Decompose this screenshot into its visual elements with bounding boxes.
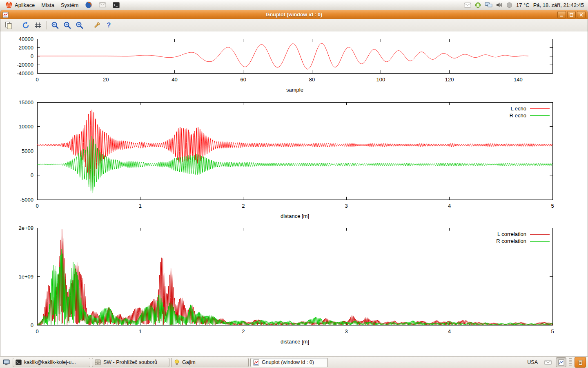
svg-text:15000: 15000	[19, 99, 33, 105]
file-manager-icon	[95, 359, 101, 365]
grid-icon	[34, 22, 42, 29]
svg-text:0: 0	[31, 53, 33, 59]
copy-to-clipboard-button[interactable]	[3, 20, 13, 31]
firefox-icon	[85, 1, 92, 9]
replot-icon	[22, 21, 30, 29]
svg-text:4: 4	[448, 203, 451, 209]
close-icon	[579, 13, 583, 17]
maximize-button[interactable]	[567, 11, 576, 18]
menu-places-label: Místa	[41, 2, 54, 8]
replot-button[interactable]	[20, 20, 31, 31]
svg-text:-40000: -40000	[17, 70, 33, 76]
grid-button[interactable]	[33, 20, 43, 31]
chart-correlation: 01234501e+092e+09distance [m]L correlati…	[0, 221, 588, 348]
ubuntu-logo-icon	[5, 1, 13, 9]
trash-icon	[578, 359, 583, 366]
menu-system-label: Systém	[61, 2, 78, 8]
svg-text:120: 120	[445, 76, 454, 83]
keyboard-layout-indicator[interactable]: USA	[525, 359, 540, 366]
gnuplot-toolbar: ?	[0, 19, 588, 32]
taskbar: kaklik@kaklik-kolej-u... SW - Prohlížeč …	[0, 356, 588, 368]
applet-drag-handle[interactable]	[569, 358, 572, 366]
toolbar-separator	[17, 21, 17, 29]
toolbar-separator	[46, 21, 47, 29]
zoom-previous-icon	[51, 21, 59, 29]
mail-tray-button[interactable]	[543, 358, 553, 367]
terminal-launcher[interactable]	[110, 1, 122, 9]
copy-icon	[4, 21, 13, 29]
svg-text:3: 3	[345, 328, 348, 334]
toolbar-separator	[88, 21, 88, 29]
clock[interactable]: Pá, 18. září, 21:42:45	[533, 2, 584, 8]
help-button[interactable]: ?	[104, 20, 114, 31]
gnuplot-window: Gnuplot (window id : 0)	[0, 10, 588, 357]
minimize-button[interactable]	[557, 11, 566, 18]
menu-system[interactable]: Systém	[58, 1, 81, 9]
svg-text:40: 40	[172, 76, 177, 83]
menu-places[interactable]: Místa	[38, 1, 57, 9]
svg-text:-5000: -5000	[20, 197, 33, 203]
svg-text:80: 80	[309, 76, 315, 83]
top-panel: Aplikace Místa Systém	[0, 0, 588, 10]
unzoom-button[interactable]	[74, 20, 85, 31]
mail-client-icon	[99, 2, 106, 8]
svg-text:1e+09: 1e+09	[18, 274, 33, 280]
svg-text:R echo: R echo	[510, 112, 526, 119]
svg-text:2: 2	[242, 328, 245, 334]
close-button[interactable]	[577, 11, 586, 18]
task-label: Gajim	[182, 359, 196, 365]
zoom-previous-button[interactable]	[50, 20, 60, 31]
task-button-terminal[interactable]: kaklik@kaklik-kolej-u...	[13, 358, 90, 367]
svg-text:1: 1	[139, 203, 142, 209]
gnuplot-window-icon	[2, 12, 9, 18]
weather-icon[interactable]	[506, 2, 512, 8]
gnuplot-icon	[253, 359, 259, 366]
terminal-launcher-icon	[113, 2, 120, 8]
svg-text:R correlation: R correlation	[496, 238, 526, 244]
svg-text:5: 5	[551, 328, 554, 334]
minimize-icon	[560, 13, 564, 17]
svg-text:5: 5	[551, 203, 554, 209]
menu-applications[interactable]: Aplikace	[2, 0, 38, 9]
zoom-next-button[interactable]	[62, 20, 72, 31]
settings-button[interactable]	[91, 20, 102, 31]
svg-text:40000: 40000	[19, 36, 33, 42]
svg-text:0: 0	[36, 328, 38, 334]
gajim-icon	[174, 359, 180, 366]
task-label: kaklik@kaklik-kolej-u...	[24, 359, 76, 365]
svg-text:distance [m]: distance [m]	[281, 213, 309, 219]
window-titlebar[interactable]: Gnuplot (window id : 0)	[0, 10, 588, 19]
svg-text:100: 100	[376, 76, 385, 83]
firefox-launcher[interactable]	[82, 0, 95, 9]
zoom-next-icon	[63, 21, 71, 29]
task-label: Gnuplot (window id : 0)	[262, 359, 314, 365]
presence-icon[interactable]	[475, 2, 481, 8]
trash-button[interactable]	[575, 357, 586, 368]
svg-text:0: 0	[31, 322, 33, 328]
chart-signal: 020406080100120140-40000-200000200004000…	[0, 31, 588, 94]
svg-text:3: 3	[345, 203, 348, 209]
mail-notification-icon[interactable]	[464, 2, 471, 8]
volume-icon[interactable]	[496, 2, 503, 8]
mail-tray-icon	[544, 360, 552, 365]
temperature-indicator: 17 °C	[516, 2, 530, 8]
svg-text:10000: 10000	[19, 123, 33, 130]
task-button-gnuplot[interactable]: Gnuplot (window id : 0)	[250, 358, 328, 367]
maximize-icon	[570, 13, 573, 17]
svg-text:20: 20	[103, 76, 109, 83]
mail-client-launcher[interactable]	[96, 1, 109, 9]
task-button-gajim[interactable]: Gajim	[171, 358, 249, 367]
show-desktop-button[interactable]	[1, 358, 11, 367]
svg-text:140: 140	[514, 76, 523, 83]
network-icon[interactable]	[485, 2, 492, 8]
plot-app-tray-button[interactable]	[556, 357, 566, 367]
show-desktop-icon	[3, 359, 10, 366]
task-button-file-manager[interactable]: SW - Prohlížeč souborů	[92, 358, 169, 367]
svg-text:0: 0	[31, 172, 33, 178]
svg-text:0: 0	[36, 203, 38, 209]
svg-text:2e+09: 2e+09	[18, 225, 33, 231]
svg-text:5000: 5000	[22, 148, 33, 154]
help-icon: ?	[107, 22, 111, 29]
chart-echo: 012345-5000050001000015000distance [m]L …	[0, 94, 588, 221]
svg-text:60: 60	[241, 76, 246, 83]
